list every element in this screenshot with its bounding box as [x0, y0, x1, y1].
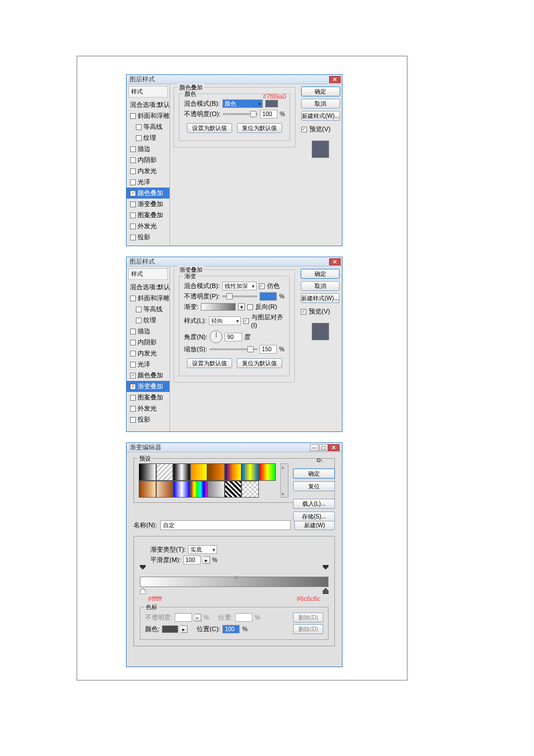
preset-swatch[interactable] — [225, 481, 242, 498]
cancel-button[interactable]: 取消 — [301, 99, 340, 109]
style-stroke[interactable]: 描边 — [127, 143, 169, 154]
reset-default-button[interactable]: 复位为默认值 — [237, 123, 282, 133]
set-default-button[interactable]: 设置为默认值 — [187, 123, 232, 133]
stop-opacity-value[interactable] — [175, 613, 192, 622]
blend-mode-dropdown[interactable]: 颜色 — [222, 99, 263, 108]
style-satin[interactable]: 光泽 — [127, 359, 169, 370]
align-checkbox[interactable] — [243, 318, 249, 324]
maximize-icon[interactable]: ▢ — [319, 444, 328, 451]
preset-swatch[interactable] — [207, 481, 225, 498]
preset-swatch[interactable] — [139, 463, 156, 481]
style-drop-shadow[interactable]: 投影 — [127, 414, 169, 425]
preset-swatch[interactable] — [207, 463, 225, 481]
style-texture[interactable]: 纹理 — [127, 315, 169, 326]
style-gradient-overlay[interactable]: 渐变叠加 — [127, 381, 169, 392]
opacity-stop-right[interactable] — [323, 565, 329, 570]
smooth-value[interactable]: 100 — [183, 556, 201, 564]
gradient-bar[interactable]: ◇ — [140, 577, 329, 587]
gear-icon[interactable]: ✿⁝ — [316, 457, 323, 463]
titlebar[interactable]: 图层样式 ✕ — [127, 75, 342, 84]
set-default-button[interactable]: 设置为默认值 — [187, 358, 232, 368]
preset-swatch[interactable] — [173, 463, 190, 481]
reverse-checkbox[interactable] — [247, 304, 253, 310]
style-dropdown[interactable]: 径向 — [209, 316, 241, 325]
stop-opacity-stepper[interactable]: ▸ — [194, 614, 201, 621]
preset-swatch[interactable] — [241, 481, 259, 498]
styles-header[interactable]: 样式 — [128, 86, 168, 98]
ok-button[interactable]: 确定 — [293, 469, 335, 478]
ok-button[interactable]: 确定 — [301, 87, 340, 96]
preset-swatch[interactable] — [139, 481, 156, 498]
delete-opacity-stop-button[interactable]: 删除(D) — [293, 613, 323, 622]
new-style-button[interactable]: 新建样式(W)... — [301, 293, 340, 303]
ok-button[interactable]: 确定 — [301, 269, 340, 279]
style-inner-glow[interactable]: 内发光 — [127, 348, 169, 359]
style-pattern-overlay[interactable]: 图案叠加 — [127, 392, 169, 403]
cancel-button[interactable]: 取消 — [301, 281, 340, 291]
opacity-slider[interactable] — [223, 113, 258, 115]
close-icon[interactable]: ✕ — [329, 76, 341, 83]
style-inner-glow[interactable]: 内发光 — [127, 165, 169, 177]
style-outer-glow[interactable]: 外发光 — [127, 221, 169, 232]
style-satin[interactable]: 光泽 — [127, 177, 169, 188]
style-stroke[interactable]: 描边 — [127, 326, 169, 337]
scale-value[interactable]: 150 — [259, 345, 277, 354]
color-chip[interactable] — [265, 100, 278, 107]
type-dropdown[interactable]: 实底 — [188, 545, 217, 554]
color-stop-left[interactable] — [140, 588, 146, 594]
style-inner-shadow[interactable]: 内阴影 — [127, 337, 169, 348]
preset-swatch[interactable] — [259, 463, 276, 481]
gradient-dropdown-arrow[interactable]: ▾ — [238, 303, 245, 311]
preset-swatch[interactable] — [190, 481, 208, 498]
reset-button[interactable]: 复位 — [293, 481, 335, 491]
preset-swatch[interactable] — [225, 463, 242, 481]
reset-default-button[interactable]: 复位为默认值 — [237, 358, 282, 368]
angle-dial[interactable] — [210, 330, 222, 343]
style-contour[interactable]: 等高线 — [127, 304, 169, 315]
opacity-stop-left[interactable] — [140, 565, 146, 570]
style-inner-shadow[interactable]: 内阴影 — [127, 154, 169, 165]
style-texture[interactable]: 纹理 — [127, 132, 169, 143]
preview-checkbox[interactable] — [301, 127, 307, 132]
style-contour[interactable]: 等高线 — [127, 121, 169, 132]
style-color-overlay[interactable]: 颜色叠加 — [127, 188, 169, 199]
load-button[interactable]: 载入(L)... — [293, 499, 335, 509]
preset-swatch[interactable] — [156, 481, 174, 498]
style-blend-default[interactable]: 混合选项:默认 — [127, 282, 169, 293]
smooth-stepper[interactable]: ▸ — [203, 556, 210, 564]
style-bevel[interactable]: 斜面和浮雕 — [127, 110, 169, 121]
stop-color-chip[interactable] — [162, 625, 178, 633]
preview-checkbox[interactable] — [301, 309, 306, 315]
titlebar[interactable]: 渐变编辑器 ─ ▢ ✕ — [127, 443, 342, 452]
save-button[interactable]: 存储(S)... — [293, 512, 335, 521]
preset-swatch[interactable] — [156, 463, 174, 481]
gradient-preview[interactable] — [201, 303, 236, 311]
opacity-value[interactable]: 100 — [260, 110, 277, 118]
style-pattern-overlay[interactable]: 图案叠加 — [127, 210, 169, 221]
preset-swatch[interactable] — [173, 481, 190, 498]
new-style-button[interactable]: 新建样式(W)... — [301, 111, 340, 121]
minimize-icon[interactable]: ─ — [310, 444, 319, 451]
new-button[interactable]: 新建(W) — [294, 520, 335, 530]
style-gradient-overlay[interactable]: 渐变叠加 — [127, 199, 169, 210]
opacity-value[interactable] — [259, 292, 277, 301]
dither-checkbox[interactable] — [259, 283, 265, 289]
stop-color-arrow[interactable]: ▸ — [181, 625, 187, 633]
scale-slider[interactable] — [210, 348, 257, 350]
close-icon[interactable]: ✕ — [328, 444, 340, 451]
color-stop-right[interactable] — [323, 588, 329, 594]
stop-position-value[interactable] — [235, 613, 252, 622]
stop-posc-value[interactable]: 100 — [222, 625, 240, 633]
styles-header[interactable]: 样式 — [128, 268, 168, 280]
blend-mode-dropdown[interactable]: 线性加深 — [222, 282, 257, 290]
close-icon[interactable]: ✕ — [329, 258, 341, 265]
delete-color-stop-button[interactable]: 删除(D) — [293, 624, 323, 634]
style-blend-default[interactable]: 混合选项:默认 — [127, 99, 169, 110]
style-outer-glow[interactable]: 外发光 — [127, 403, 169, 414]
angle-value[interactable]: 90 — [225, 333, 242, 341]
titlebar[interactable]: 图层样式 ✕ — [127, 257, 342, 267]
name-input[interactable]: 自定 — [160, 520, 291, 530]
preset-swatch[interactable] — [241, 463, 259, 481]
style-bevel[interactable]: 斜面和浮雕 — [127, 293, 169, 304]
style-drop-shadow[interactable]: 投影 — [127, 232, 169, 243]
